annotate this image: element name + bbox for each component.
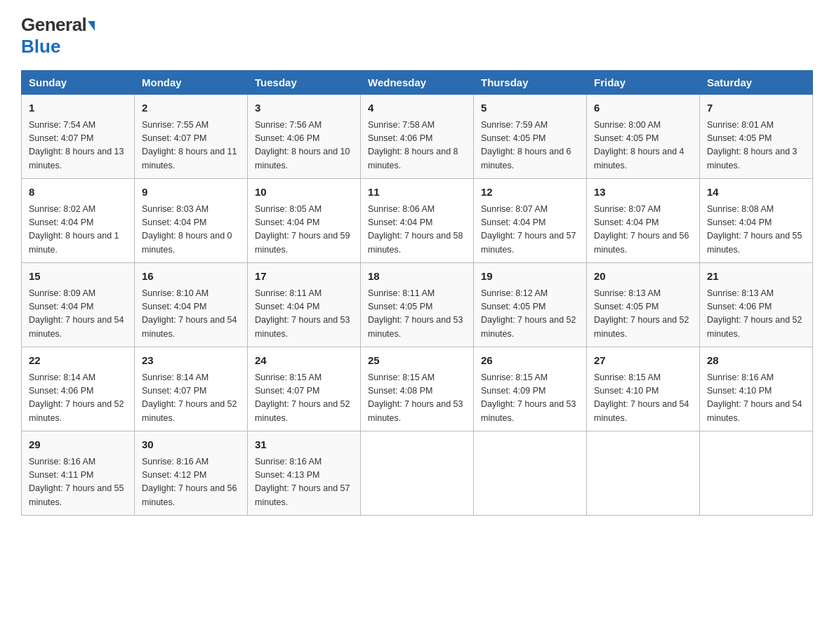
day-info: Sunrise: 8:16 AMSunset: 4:12 PMDaylight:…: [142, 455, 240, 510]
day-info: Sunrise: 8:16 AMSunset: 4:10 PMDaylight:…: [707, 371, 805, 426]
col-header-monday: Monday: [135, 71, 248, 95]
calendar-cell: [361, 431, 474, 516]
day-info: Sunrise: 8:14 AMSunset: 4:07 PMDaylight:…: [142, 371, 240, 426]
week-row-4: 22Sunrise: 8:14 AMSunset: 4:06 PMDayligh…: [22, 347, 813, 431]
day-number: 10: [255, 185, 353, 201]
calendar-table: SundayMondayTuesdayWednesdayThursdayFrid…: [21, 70, 813, 516]
calendar-cell: 6Sunrise: 8:00 AMSunset: 4:05 PMDaylight…: [587, 95, 700, 179]
calendar-cell: 16Sunrise: 8:10 AMSunset: 4:04 PMDayligh…: [135, 263, 248, 347]
calendar-cell: 8Sunrise: 8:02 AMSunset: 4:04 PMDaylight…: [22, 179, 135, 263]
col-header-wednesday: Wednesday: [361, 71, 474, 95]
day-info: Sunrise: 8:15 AMSunset: 4:08 PMDaylight:…: [368, 371, 466, 426]
calendar-header-row: SundayMondayTuesdayWednesdayThursdayFrid…: [22, 71, 813, 95]
calendar-cell: 29Sunrise: 8:16 AMSunset: 4:11 PMDayligh…: [22, 431, 135, 516]
calendar-cell: 17Sunrise: 8:11 AMSunset: 4:04 PMDayligh…: [248, 263, 361, 347]
day-number: 31: [255, 437, 353, 453]
day-number: 12: [481, 185, 579, 201]
day-number: 4: [368, 100, 466, 116]
calendar-cell: 21Sunrise: 8:13 AMSunset: 4:06 PMDayligh…: [700, 263, 813, 347]
day-info: Sunrise: 8:11 AMSunset: 4:05 PMDaylight:…: [368, 287, 466, 342]
day-number: 1: [29, 100, 127, 116]
calendar-cell: [587, 431, 700, 516]
day-number: 7: [707, 100, 805, 116]
calendar-cell: 13Sunrise: 8:07 AMSunset: 4:04 PMDayligh…: [587, 179, 700, 263]
day-info: Sunrise: 8:15 AMSunset: 4:10 PMDaylight:…: [594, 371, 692, 426]
day-number: 17: [255, 269, 353, 285]
day-info: Sunrise: 8:00 AMSunset: 4:05 PMDaylight:…: [594, 119, 692, 173]
day-info: Sunrise: 8:13 AMSunset: 4:06 PMDaylight:…: [707, 287, 805, 342]
day-info: Sunrise: 7:54 AMSunset: 4:07 PMDaylight:…: [29, 119, 127, 173]
day-number: 29: [29, 437, 127, 453]
page-header: General Blue: [21, 14, 813, 58]
day-info: Sunrise: 8:15 AMSunset: 4:07 PMDaylight:…: [255, 371, 353, 426]
calendar-cell: 15Sunrise: 8:09 AMSunset: 4:04 PMDayligh…: [22, 263, 135, 347]
day-number: 30: [142, 437, 240, 453]
logo: General Blue: [21, 14, 95, 58]
calendar-cell: 11Sunrise: 8:06 AMSunset: 4:04 PMDayligh…: [361, 179, 474, 263]
calendar-cell: 5Sunrise: 7:59 AMSunset: 4:05 PMDaylight…: [474, 95, 587, 179]
week-row-1: 1Sunrise: 7:54 AMSunset: 4:07 PMDaylight…: [22, 95, 813, 179]
day-info: Sunrise: 8:16 AMSunset: 4:13 PMDaylight:…: [255, 455, 353, 510]
calendar-cell: 20Sunrise: 8:13 AMSunset: 4:05 PMDayligh…: [587, 263, 700, 347]
calendar-cell: 23Sunrise: 8:14 AMSunset: 4:07 PMDayligh…: [135, 347, 248, 431]
calendar-cell: 27Sunrise: 8:15 AMSunset: 4:10 PMDayligh…: [587, 347, 700, 431]
day-number: 15: [29, 269, 127, 285]
calendar-cell: 7Sunrise: 8:01 AMSunset: 4:05 PMDaylight…: [700, 95, 813, 179]
calendar-cell: [700, 431, 813, 516]
day-info: Sunrise: 8:13 AMSunset: 4:05 PMDaylight:…: [594, 287, 692, 342]
col-header-friday: Friday: [587, 71, 700, 95]
day-number: 23: [142, 353, 240, 369]
day-number: 8: [29, 185, 127, 201]
day-number: 24: [255, 353, 353, 369]
day-info: Sunrise: 8:07 AMSunset: 4:04 PMDaylight:…: [594, 203, 692, 257]
col-header-saturday: Saturday: [700, 71, 813, 95]
day-info: Sunrise: 7:59 AMSunset: 4:05 PMDaylight:…: [481, 119, 579, 173]
day-number: 9: [142, 185, 240, 201]
calendar-cell: 24Sunrise: 8:15 AMSunset: 4:07 PMDayligh…: [248, 347, 361, 431]
day-number: 6: [594, 100, 692, 116]
col-header-sunday: Sunday: [22, 71, 135, 95]
day-number: 28: [707, 353, 805, 369]
col-header-tuesday: Tuesday: [248, 71, 361, 95]
calendar-cell: 4Sunrise: 7:58 AMSunset: 4:06 PMDaylight…: [361, 95, 474, 179]
day-number: 2: [142, 100, 240, 116]
logo-blue: Blue: [21, 36, 60, 58]
day-number: 3: [255, 100, 353, 116]
day-info: Sunrise: 8:05 AMSunset: 4:04 PMDaylight:…: [255, 203, 353, 257]
calendar-cell: 28Sunrise: 8:16 AMSunset: 4:10 PMDayligh…: [700, 347, 813, 431]
day-number: 11: [368, 185, 466, 201]
day-info: Sunrise: 8:08 AMSunset: 4:04 PMDaylight:…: [707, 203, 805, 257]
calendar-cell: 30Sunrise: 8:16 AMSunset: 4:12 PMDayligh…: [135, 431, 248, 516]
day-number: 22: [29, 353, 127, 369]
day-info: Sunrise: 8:15 AMSunset: 4:09 PMDaylight:…: [481, 371, 579, 426]
day-info: Sunrise: 8:07 AMSunset: 4:04 PMDaylight:…: [481, 203, 579, 257]
calendar-cell: [474, 431, 587, 516]
calendar-cell: 9Sunrise: 8:03 AMSunset: 4:04 PMDaylight…: [135, 179, 248, 263]
logo-arrow-icon: [88, 21, 95, 31]
day-number: 19: [481, 269, 579, 285]
calendar-cell: 3Sunrise: 7:56 AMSunset: 4:06 PMDaylight…: [248, 95, 361, 179]
calendar-cell: 2Sunrise: 7:55 AMSunset: 4:07 PMDaylight…: [135, 95, 248, 179]
day-info: Sunrise: 8:06 AMSunset: 4:04 PMDaylight:…: [368, 203, 466, 257]
calendar-cell: 25Sunrise: 8:15 AMSunset: 4:08 PMDayligh…: [361, 347, 474, 431]
calendar-cell: 31Sunrise: 8:16 AMSunset: 4:13 PMDayligh…: [248, 431, 361, 516]
day-info: Sunrise: 7:58 AMSunset: 4:06 PMDaylight:…: [368, 119, 466, 173]
day-info: Sunrise: 8:14 AMSunset: 4:06 PMDaylight:…: [29, 371, 127, 426]
day-info: Sunrise: 8:10 AMSunset: 4:04 PMDaylight:…: [142, 287, 240, 342]
day-info: Sunrise: 7:55 AMSunset: 4:07 PMDaylight:…: [142, 119, 240, 173]
week-row-2: 8Sunrise: 8:02 AMSunset: 4:04 PMDaylight…: [22, 179, 813, 263]
day-info: Sunrise: 8:12 AMSunset: 4:05 PMDaylight:…: [481, 287, 579, 342]
day-info: Sunrise: 8:11 AMSunset: 4:04 PMDaylight:…: [255, 287, 353, 342]
day-number: 26: [481, 353, 579, 369]
day-number: 25: [368, 353, 466, 369]
calendar-cell: 1Sunrise: 7:54 AMSunset: 4:07 PMDaylight…: [22, 95, 135, 179]
day-number: 13: [594, 185, 692, 201]
day-info: Sunrise: 8:09 AMSunset: 4:04 PMDaylight:…: [29, 287, 127, 342]
col-header-thursday: Thursday: [474, 71, 587, 95]
day-number: 5: [481, 100, 579, 116]
week-row-3: 15Sunrise: 8:09 AMSunset: 4:04 PMDayligh…: [22, 263, 813, 347]
day-info: Sunrise: 8:16 AMSunset: 4:11 PMDaylight:…: [29, 455, 127, 510]
calendar-cell: 26Sunrise: 8:15 AMSunset: 4:09 PMDayligh…: [474, 347, 587, 431]
day-number: 14: [707, 185, 805, 201]
day-number: 20: [594, 269, 692, 285]
